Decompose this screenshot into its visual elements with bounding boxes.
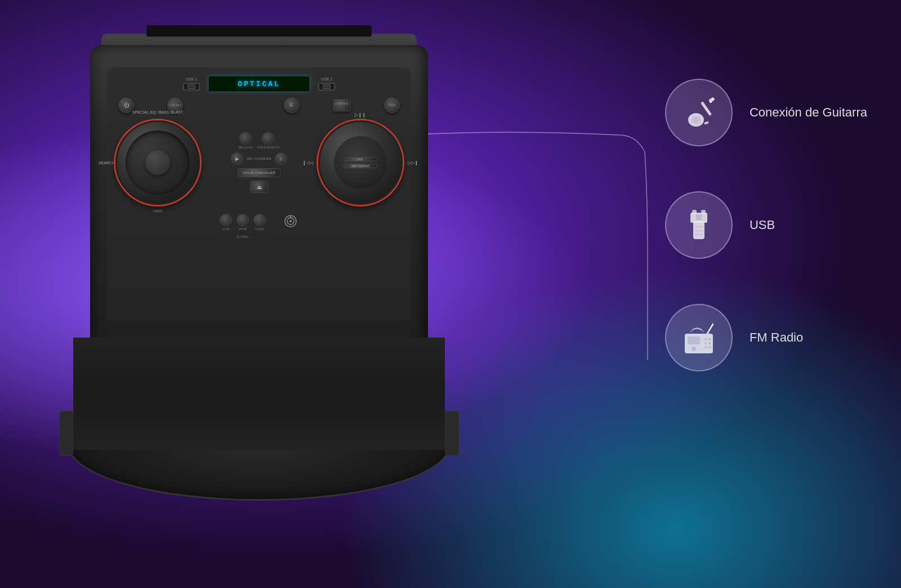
svg-point-7 bbox=[712, 98, 714, 100]
knob-left-bottom-label: USER bbox=[153, 209, 163, 213]
voice-effects-button[interactable] bbox=[262, 132, 274, 145]
twin-label: TWIN bbox=[389, 104, 396, 107]
knob-right-inner: VOL MIC / GUITAR bbox=[334, 136, 387, 189]
svg-point-24 bbox=[708, 338, 711, 340]
connector-radio: FM Radio bbox=[665, 304, 867, 371]
eject-button[interactable]: ⏏ bbox=[250, 181, 268, 193]
key-down-icon: ▶ bbox=[235, 156, 239, 161]
svg-rect-9 bbox=[704, 121, 709, 124]
control-panel: USB 1 OPTICAL USB 2 ⏻ bbox=[107, 68, 411, 321]
radio-icon bbox=[680, 320, 717, 356]
key-down-button[interactable]: ▶ bbox=[231, 152, 243, 165]
knob-left-inner bbox=[126, 131, 190, 195]
svg-point-26 bbox=[708, 342, 711, 344]
radio-circle bbox=[665, 304, 733, 371]
svg-rect-22 bbox=[688, 336, 700, 344]
knob-right-container: ▷❙❙ ❙◁◁ ▷▷❙ VOL MIC / GUITAR bbox=[318, 120, 403, 205]
speaker-body: USB 1 OPTICAL USB 2 ⏻ bbox=[56, 45, 462, 585]
dj-club-label: CLUB bbox=[222, 227, 229, 231]
twin-button[interactable]: TWIN bbox=[384, 97, 400, 113]
svg-point-27 bbox=[704, 346, 707, 348]
speaker-cd-slot bbox=[146, 25, 372, 37]
key-changer-label: KEY CHANGER bbox=[247, 157, 271, 160]
knob-left-top-label: SPECIAL EQ / BASS BLAST bbox=[132, 110, 183, 114]
speaker-handle-left bbox=[59, 411, 73, 456]
dj-pad-row: CLUB DRUM TUNER DJ PAD bbox=[115, 213, 403, 231]
vocal-canceller-button[interactable]: VOCAL CANCELLER bbox=[238, 168, 280, 177]
knob-right-next-label: ▷▷❙ bbox=[408, 160, 418, 165]
dj-drum-label: DRUM bbox=[239, 227, 247, 231]
guitar-circle bbox=[665, 79, 733, 146]
knob-left-outer[interactable] bbox=[115, 120, 200, 205]
svg-point-29 bbox=[692, 347, 696, 351]
svg-point-23 bbox=[704, 338, 707, 340]
svg-rect-13 bbox=[693, 221, 704, 239]
vol-bar[interactable]: VOL bbox=[344, 157, 377, 161]
key-changer-row: ▶ KEY CHANGER ♪ bbox=[231, 152, 287, 165]
svg-point-2 bbox=[289, 220, 292, 222]
radio-label: FM Radio bbox=[750, 330, 803, 345]
dj-buttons-group: CLUB DRUM TUNER DJ PAD bbox=[220, 214, 266, 231]
f-label: F bbox=[290, 102, 293, 108]
usb-icon bbox=[685, 207, 713, 244]
knob-right-prev-label: ❙◁◁ bbox=[302, 160, 313, 165]
usb-port-1[interactable] bbox=[183, 83, 200, 91]
vocal-canceller-label: VOCAL CANCELLER bbox=[243, 171, 275, 174]
svg-point-28 bbox=[708, 346, 711, 348]
lcd-text: OPTICAL bbox=[238, 80, 280, 88]
usb-label: USB bbox=[750, 218, 775, 232]
main-scene: USB 1 OPTICAL USB 2 ⏻ bbox=[0, 0, 901, 588]
voice-effects-label: VOICE EFFECTS bbox=[257, 146, 280, 149]
dj-club-button[interactable] bbox=[220, 214, 232, 226]
f-button[interactable]: F bbox=[284, 97, 300, 113]
dj-drum-button[interactable] bbox=[237, 214, 249, 226]
speaker-lower-body bbox=[73, 338, 445, 450]
connector-usb: USB bbox=[665, 191, 867, 259]
svg-rect-5 bbox=[701, 101, 712, 116]
dj-tuner-button[interactable] bbox=[253, 214, 266, 226]
dj-pad-label: DJ PAD bbox=[237, 235, 249, 239]
nfc-area bbox=[283, 213, 298, 231]
usb-port-2[interactable] bbox=[318, 83, 335, 91]
usb1-label: USB 1 bbox=[186, 77, 197, 81]
dj-tuner-label: TUNER bbox=[255, 227, 264, 231]
knob-left-side-label: SEARCH bbox=[99, 161, 115, 165]
key-up-icon: ♪ bbox=[280, 156, 282, 161]
svg-point-8 bbox=[710, 101, 712, 103]
knob-right-outer[interactable]: VOL MIC / GUITAR bbox=[318, 120, 403, 205]
power-button[interactable]: ⏻ bbox=[118, 97, 134, 113]
main-controls-area: SPECIAL EQ / BASS BLAST SEARCH USER bbox=[115, 118, 403, 208]
power-icon: ⏻ bbox=[124, 102, 129, 108]
guitar-icon bbox=[680, 95, 717, 131]
svg-rect-16 bbox=[692, 210, 697, 214]
speaker-top-section: USB 1 OPTICAL USB 2 ⏻ bbox=[90, 45, 428, 360]
eject-icon: ⏏ bbox=[257, 184, 262, 190]
svg-line-30 bbox=[707, 324, 713, 334]
speaker-handle-right bbox=[445, 411, 459, 456]
nfc-icon bbox=[283, 213, 298, 229]
usb2-label: USB 2 bbox=[321, 77, 332, 81]
display-area: USB 1 OPTICAL USB 2 bbox=[115, 76, 403, 92]
lighting-button[interactable]: LIGHTING bbox=[333, 99, 351, 111]
connector-guitar: Conexión de Guitarra bbox=[665, 79, 867, 146]
svg-rect-17 bbox=[701, 210, 706, 214]
svg-point-25 bbox=[704, 342, 707, 344]
knob-right-top-label: ▷❙❙ bbox=[355, 113, 366, 118]
lcd-display: OPTICAL bbox=[208, 76, 310, 92]
usb-rec-label: USB REC bbox=[169, 104, 181, 107]
knob-left-container: SPECIAL EQ / BASS BLAST SEARCH USER bbox=[115, 120, 200, 205]
guitar-label: Conexión de Guitarra bbox=[750, 105, 867, 120]
lighting-label: LIGHTING bbox=[333, 100, 350, 105]
mic-row: MIC ECHO VOICE EFFECTS bbox=[239, 132, 280, 149]
svg-rect-15 bbox=[696, 214, 702, 220]
key-up-button[interactable]: ♪ bbox=[275, 152, 287, 165]
usb-circle bbox=[665, 191, 733, 259]
connectors-panel: Conexión de Guitarra bbox=[665, 79, 867, 371]
vol-label: VOL bbox=[358, 158, 363, 161]
mic-guitar-bar[interactable]: MIC / GUITAR bbox=[344, 164, 377, 168]
center-buttons-group: MIC ECHO VOICE EFFECTS ▶ KEY CHANGE bbox=[208, 132, 310, 193]
mic-echo-button[interactable] bbox=[239, 132, 252, 145]
mic-echo-label: MIC ECHO bbox=[239, 146, 253, 149]
mic-guitar-label: MIC / GUITAR bbox=[351, 164, 369, 168]
knob-left-center bbox=[145, 150, 170, 175]
